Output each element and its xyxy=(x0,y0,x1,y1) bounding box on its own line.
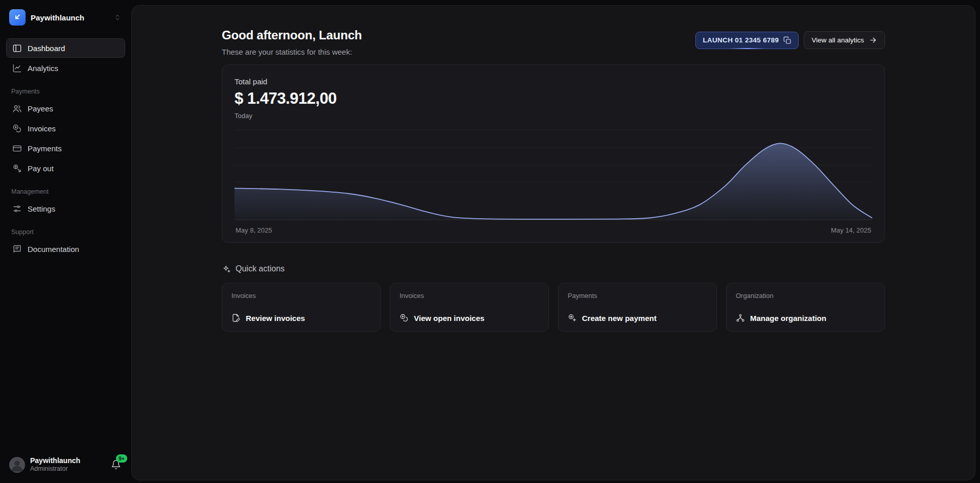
sidebar-item-label: Payees xyxy=(28,104,53,113)
sidebar-section-support: Support xyxy=(11,228,120,236)
app-logo-icon xyxy=(9,9,26,26)
quick-actions-section: Quick actions Invoices Review invoices I… xyxy=(222,264,885,332)
users-icon xyxy=(12,103,22,113)
org-nodes-icon xyxy=(736,313,745,323)
sidebar-section-management: Management xyxy=(11,188,120,195)
sidebar-item-label: Documentation xyxy=(28,245,79,254)
quick-action-review-invoices[interactable]: Invoices Review invoices xyxy=(222,283,381,332)
total-paid-chart xyxy=(235,127,872,222)
dashboard-icon xyxy=(12,43,22,53)
quick-action-label: Review invoices xyxy=(246,314,305,323)
page-subtitle: These are your statistics for this week: xyxy=(222,48,362,56)
sidebar-item-invoices[interactable]: Invoices xyxy=(6,119,125,138)
chart-date-end: May 14, 2025 xyxy=(831,226,871,234)
sidebar-item-settings[interactable]: Settings xyxy=(6,199,125,218)
chart-date-start: May 8, 2025 xyxy=(236,226,272,234)
stats-label: Total paid xyxy=(235,77,872,86)
sliders-icon xyxy=(12,203,22,214)
quick-actions-title: Quick actions xyxy=(236,264,285,273)
user-name: Paywithlaunch xyxy=(30,456,80,465)
quick-action-create-new-payment[interactable]: Payments Create new payment xyxy=(558,283,717,332)
quick-action-label: Manage organization xyxy=(750,314,826,323)
sidebar-item-payees[interactable]: Payees xyxy=(6,99,125,118)
chevrons-up-down-icon[interactable] xyxy=(113,13,122,22)
stats-period: Today xyxy=(235,112,872,120)
sidebar-item-label: Dashboard xyxy=(28,44,65,53)
quick-action-category: Organization xyxy=(736,292,875,300)
notifications-button[interactable]: 9+ xyxy=(110,458,122,471)
total-paid-card: Total paid $ 1.473.912,00 Today xyxy=(222,64,885,243)
quick-action-category: Payments xyxy=(568,292,707,300)
view-all-analytics-button[interactable]: View all analytics xyxy=(804,31,885,49)
arrow-right-icon xyxy=(869,36,877,44)
book-icon xyxy=(12,244,22,254)
sidebar-item-label: Payments xyxy=(28,144,62,153)
sidebar-item-label: Invoices xyxy=(28,124,56,133)
quick-action-category: Invoices xyxy=(231,292,371,300)
sidebar-item-analytics[interactable]: Analytics xyxy=(6,58,125,78)
chart-area xyxy=(235,143,872,220)
payout-coin-arrow-icon xyxy=(12,163,22,173)
main-panel: Good afternoon, Launch These are your st… xyxy=(131,5,975,480)
view-all-analytics-label: View all analytics xyxy=(811,36,864,44)
quick-action-label: View open invoices xyxy=(414,314,484,323)
sidebar-item-payments[interactable]: Payments xyxy=(6,139,125,158)
sidebar-section-payments: Payments xyxy=(11,88,120,95)
account-number-label: LAUNCH 01 2345 6789 xyxy=(703,36,779,44)
user-role: Administrator xyxy=(30,465,80,473)
org-switcher[interactable]: Paywithlaunch xyxy=(6,7,125,28)
user-profile: Paywithlaunch Administrator 9+ xyxy=(6,454,125,475)
coins-icon xyxy=(12,123,22,133)
account-number-button[interactable]: LAUNCH 01 2345 6789 xyxy=(695,32,799,49)
sidebar: Paywithlaunch Dashboard Analytics Paymen… xyxy=(0,0,131,483)
sidebar-item-label: Analytics xyxy=(28,64,58,73)
avatar[interactable] xyxy=(9,457,25,473)
sidebar-item-dashboard[interactable]: Dashboard xyxy=(6,38,125,58)
sidebar-item-label: Settings xyxy=(28,204,55,213)
sparkles-icon xyxy=(222,264,231,273)
coins-icon xyxy=(400,313,409,323)
app-name: Paywithlaunch xyxy=(31,13,84,22)
file-pen-icon xyxy=(231,313,241,323)
copy-icon xyxy=(783,36,791,44)
quick-action-manage-organization[interactable]: Organization Manage organization xyxy=(726,283,885,332)
sidebar-nav: Dashboard Analytics Payments Payees Invo… xyxy=(6,38,125,259)
sidebar-item-label: Pay out xyxy=(28,164,54,173)
stats-amount: $ 1.473.912,00 xyxy=(235,89,872,108)
credit-card-icon xyxy=(12,143,22,153)
quick-action-category: Invoices xyxy=(400,292,539,300)
quick-action-view-open-invoices[interactable]: Invoices View open invoices xyxy=(390,283,549,332)
sidebar-item-documentation[interactable]: Documentation xyxy=(6,239,125,259)
new-payment-icon xyxy=(568,313,577,323)
page-title: Good afternoon, Launch xyxy=(222,28,362,42)
sidebar-item-pay-out[interactable]: Pay out xyxy=(6,158,125,178)
quick-action-label: Create new payment xyxy=(582,314,657,323)
notification-badge: 9+ xyxy=(116,454,127,463)
chart-line-icon xyxy=(12,63,22,73)
